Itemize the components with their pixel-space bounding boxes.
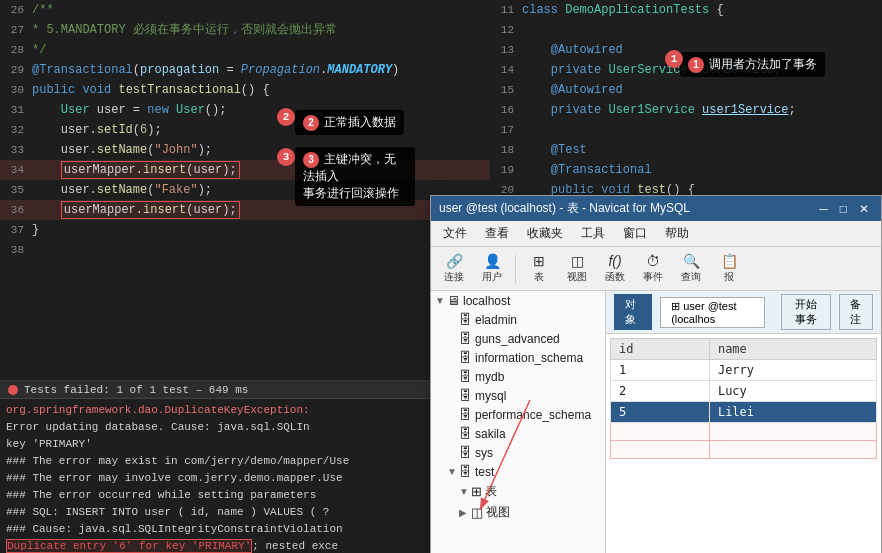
cell-empty-1b (709, 423, 876, 441)
code-line-34: 34 userMapper.insert(user); (0, 160, 490, 180)
toolbar-view[interactable]: ◫ 视图 (560, 250, 594, 287)
tree-label-guns: guns_advanced (475, 332, 560, 346)
toolbar-user[interactable]: 👤 用户 (475, 250, 509, 287)
cell-empty-2a (611, 441, 710, 459)
tree-arrow-sakila (447, 428, 459, 439)
tree-label-eladmin: eladmin (475, 313, 517, 327)
code-line-32: 32 user.setId(6); (0, 120, 490, 140)
toolbar-report[interactable]: 📋 报 (712, 250, 746, 287)
navicat-titlebar: user @test (localhost) - 表 - Navicat for… (431, 196, 881, 221)
console-line-5: ### The error may involve com.jerry.demo… (6, 470, 484, 487)
db-icon-mysql: 🗄 (459, 388, 472, 403)
console-line-9: Duplicate entry '6' for key 'PRIMARY'; n… (6, 538, 484, 553)
code-line-33: 33 user.setName("John"); (0, 140, 490, 160)
view-icon: ◫ (567, 253, 587, 269)
cell-empty-2b (709, 441, 876, 459)
right-line-13: 13 @Autowired (490, 40, 882, 60)
cell-name-1: Jerry (709, 360, 876, 381)
navicat-right-panel: 对象 ⊞ user @test (localhos 开始事务 备注 id nam… (606, 291, 881, 553)
console-line-8: ### Cause: java.sql.SQLIntegrityConstrai… (6, 521, 484, 538)
console-line-7: ### SQL: INSERT INTO user ( id, name ) V… (6, 504, 484, 521)
toolbar-query[interactable]: 🔍 查询 (674, 250, 708, 287)
tree-mydb[interactable]: 🗄 mydb (431, 367, 605, 386)
tree-label-mydb: mydb (475, 370, 504, 384)
menu-view[interactable]: 查看 (477, 223, 517, 244)
tree-mysql[interactable]: 🗄 mysql (431, 386, 605, 405)
cell-id-5: 5 (611, 402, 710, 423)
code-line-36: 36 userMapper.insert(user); (0, 200, 490, 220)
db-icon-guns: 🗄 (459, 331, 472, 346)
code-line-31: 31 User user = new User(); (0, 100, 490, 120)
views-icon: ◫ (471, 505, 483, 520)
col-header-id: id (611, 339, 710, 360)
toolbar-report-label: 报 (724, 270, 734, 284)
navicat-window: user @test (localhost) - 表 - Navicat for… (430, 195, 882, 553)
right-line-19: 19 @Transactional (490, 160, 882, 180)
tree-guns[interactable]: 🗄 guns_advanced (431, 329, 605, 348)
table-container: id name 1 Jerry 2 Lucy (606, 334, 881, 553)
menu-window[interactable]: 窗口 (615, 223, 655, 244)
col-header-name: name (709, 339, 876, 360)
console-header: Tests failed: 1 of 1 test – 649 ms (0, 382, 490, 399)
tree-arrow-mydb (447, 371, 459, 382)
tree-label-test: test (475, 465, 494, 479)
tree-sakila[interactable]: 🗄 sakila (431, 424, 605, 443)
menu-favorites[interactable]: 收藏夹 (519, 223, 571, 244)
tree-perf[interactable]: 🗄 performance_schema (431, 405, 605, 424)
table-row-empty-1[interactable] (611, 423, 877, 441)
menu-file[interactable]: 文件 (435, 223, 475, 244)
tree-arrow-test: ▼ (447, 466, 459, 477)
tree-label-sakila: sakila (475, 427, 506, 441)
db-icon-info: 🗄 (459, 350, 472, 365)
db-icon-mydb: 🗄 (459, 369, 472, 384)
toolbar-event[interactable]: ⏱ 事件 (636, 250, 670, 287)
tree-views[interactable]: ▶ ◫ 视图 (431, 502, 605, 523)
menu-help[interactable]: 帮助 (657, 223, 697, 244)
navicat-body: ▼ 🖥 localhost 🗄 eladmin 🗄 guns_advanced … (431, 291, 881, 553)
tree-label-tables: 表 (485, 483, 497, 500)
navicat-menu: 文件 查看 收藏夹 工具 窗口 帮助 (431, 221, 881, 247)
toolbar-query-label: 查询 (681, 270, 701, 284)
right-line-17: 17 (490, 120, 882, 140)
code-line-28: 28 */ (0, 40, 490, 60)
code-line-38: 38 (0, 240, 490, 260)
db-icon-test: 🗄 (459, 464, 472, 479)
tree-test[interactable]: ▼ 🗄 test (431, 462, 605, 481)
right-line-11: 11 class DemoApplicationTests { (490, 0, 882, 20)
table-row[interactable]: 2 Lucy (611, 381, 877, 402)
tab-user-table[interactable]: ⊞ user @test (localhos (660, 297, 764, 328)
code-line-30: 30 public void testTransactional() { (0, 80, 490, 100)
server-icon: 🖥 (447, 293, 460, 308)
tree-sys[interactable]: 🗄 sys (431, 443, 605, 462)
tree-tables[interactable]: ▼ ⊞ 表 (431, 481, 605, 502)
toolbar-table[interactable]: ⊞ 表 (522, 250, 556, 287)
toolbar-user-label: 用户 (482, 270, 502, 284)
user-icon: 👤 (482, 253, 502, 269)
tree-info-schema[interactable]: 🗄 information_schema (431, 348, 605, 367)
close-button[interactable]: ✕ (855, 202, 873, 216)
start-transaction-button[interactable]: 开始事务 (781, 294, 831, 330)
maximize-button[interactable]: □ (836, 202, 851, 216)
db-icon-perf: 🗄 (459, 407, 472, 422)
toolbar-connect[interactable]: 🔗 连接 (437, 250, 471, 287)
tree-eladmin[interactable]: 🗄 eladmin (431, 310, 605, 329)
table-row-empty-2[interactable] (611, 441, 877, 459)
window-controls[interactable]: ─ □ ✕ (815, 202, 873, 216)
toolbar-view-label: 视图 (567, 270, 587, 284)
toolbar-sep1 (515, 255, 516, 283)
table-row-selected[interactable]: 5 Lilei (611, 402, 877, 423)
menu-tools[interactable]: 工具 (573, 223, 613, 244)
query-icon: 🔍 (681, 253, 701, 269)
badge-2: 2 (277, 108, 295, 126)
right-line-16: 16 private User1Service user1Service; (490, 100, 882, 120)
note-button[interactable]: 备注 (839, 294, 873, 330)
table-row[interactable]: 1 Jerry (611, 360, 877, 381)
tree-label-info: information_schema (475, 351, 583, 365)
tree-localhost[interactable]: ▼ 🖥 localhost (431, 291, 605, 310)
tables-icon: ⊞ (471, 484, 482, 499)
code-line-29: 29 @Transactional(propagation = Propagat… (0, 60, 490, 80)
toolbar-table-label: 表 (534, 270, 544, 284)
tab-object[interactable]: 对象 (614, 294, 652, 330)
toolbar-function[interactable]: f() 函数 (598, 250, 632, 287)
minimize-button[interactable]: ─ (815, 202, 832, 216)
